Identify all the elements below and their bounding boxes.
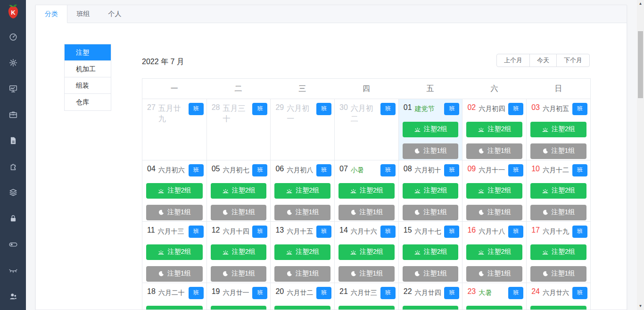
- night-shift-button[interactable]: 注塑1组: [211, 205, 267, 220]
- calendar-cell[interactable]: 08六月初十班注塑2组注塑1组: [398, 160, 462, 221]
- calendar-cell[interactable]: 20六月廿二班注塑2组注塑1组: [270, 283, 334, 310]
- calendar-cell[interactable]: 19六月廿一班注塑2组注塑1组: [206, 283, 271, 310]
- day-shift-button[interactable]: 注塑2组: [146, 306, 203, 310]
- calendar-cell[interactable]: 10六月十二班注塑2组注塑1组: [526, 160, 590, 221]
- tab-personal[interactable]: 个人: [99, 5, 131, 23]
- day-shift-button[interactable]: 注塑2组: [530, 183, 586, 199]
- prev-month-button[interactable]: 上个月: [496, 54, 530, 67]
- sidebar-item-document[interactable]: [0, 127, 26, 153]
- today-button[interactable]: 今天: [529, 54, 557, 67]
- day-shift-button[interactable]: 注塑2组: [274, 244, 330, 260]
- night-shift-button[interactable]: 注塑1组: [530, 266, 586, 282]
- night-shift-button[interactable]: 注塑1组: [339, 266, 395, 282]
- calendar-cell[interactable]: 15六月十七班注塑2组注塑1组: [398, 221, 462, 283]
- calendar-cell[interactable]: 30六月初二班: [334, 99, 398, 160]
- night-shift-button[interactable]: 注塑1组: [274, 266, 330, 282]
- sidebar-item-layers[interactable]: [0, 179, 26, 205]
- night-shift-button[interactable]: 注塑1组: [466, 143, 522, 159]
- category-item[interactable]: 仓库: [65, 94, 111, 110]
- day-shift-button[interactable]: 注塑2组: [403, 306, 459, 310]
- day-shift-button[interactable]: 注塑2组: [530, 306, 586, 310]
- tab-category[interactable]: 分类: [36, 5, 67, 23]
- weekday-label: 日: [526, 84, 590, 94]
- day-shift-button-label: 注塑2组: [296, 186, 319, 195]
- calendar-cell[interactable]: 11六月十三班注塑2组注塑1组: [142, 221, 206, 283]
- calendar-cell[interactable]: 04六月初六班注塑2组注塑1组: [142, 160, 206, 221]
- scrollbar-thumb[interactable]: [638, 31, 643, 98]
- calendar-cell[interactable]: 16六月十八班注塑2组注塑1组: [462, 221, 526, 283]
- day-shift-button[interactable]: 注塑2组: [403, 122, 459, 137]
- scroll-down-arrow[interactable]: ▼: [637, 302, 644, 310]
- calendar-cell[interactable]: 12六月十四班注塑2组注塑1组: [206, 221, 271, 283]
- calendar-cell[interactable]: 22六月廿四班注塑2组注塑1组: [398, 283, 462, 310]
- calendar-cell[interactable]: 02六月初四班注塑2组注塑1组: [462, 99, 526, 160]
- night-shift-button[interactable]: 注塑1组: [530, 205, 586, 220]
- day-shift-button[interactable]: 注塑2组: [274, 306, 330, 310]
- day-shift-button[interactable]: 注塑2组: [274, 183, 330, 199]
- scrollbar[interactable]: ▲ ▼: [637, 0, 644, 310]
- sidebar-item-monitor-chart[interactable]: [0, 75, 26, 101]
- calendar-cell[interactable]: 07小暑班注塑2组注塑1组: [334, 160, 398, 221]
- calendar-cell[interactable]: 27五月廿九班: [142, 99, 206, 160]
- next-month-button[interactable]: 下个月: [556, 54, 590, 67]
- calendar-cell[interactable]: 24六月廿六班注塑2组注塑1组: [526, 283, 590, 310]
- day-shift-button[interactable]: 注塑2组: [339, 306, 395, 310]
- day-shift-button[interactable]: 注塑2组: [466, 183, 522, 199]
- night-shift-button-label: 注塑1组: [360, 269, 383, 278]
- day-shift-button[interactable]: 注塑2组: [211, 183, 267, 199]
- day-shift-button[interactable]: 注塑2组: [339, 183, 395, 199]
- sidebar-item-briefcase[interactable]: [0, 101, 26, 127]
- night-shift-button[interactable]: 注塑1组: [403, 205, 459, 220]
- night-shift-button[interactable]: 注塑1组: [403, 143, 459, 159]
- night-shift-button[interactable]: 注塑1组: [146, 205, 203, 220]
- day-shift-button[interactable]: 注塑2组: [466, 122, 522, 137]
- night-shift-button[interactable]: 注塑1组: [146, 266, 203, 282]
- night-shift-button[interactable]: 注塑1组: [339, 205, 395, 220]
- category-item[interactable]: 注塑: [65, 44, 111, 61]
- day-shift-button[interactable]: 注塑2组: [530, 122, 586, 137]
- tab-team[interactable]: 班组: [67, 5, 99, 23]
- calendar-cell[interactable]: 13六月十五班注塑2组注塑1组: [270, 221, 334, 283]
- night-shift-button[interactable]: 注塑1组: [466, 266, 522, 282]
- night-shift-button[interactable]: 注塑1组: [274, 205, 330, 220]
- calendar-cell[interactable]: 09六月十一班注塑2组注塑1组: [462, 160, 526, 221]
- calendar-cell[interactable]: 05六月初七班注塑2组注塑1组: [206, 160, 271, 221]
- cell-header: 11六月十三班: [145, 226, 204, 238]
- sidebar-item-eye-closed[interactable]: [0, 257, 26, 283]
- calendar-cell[interactable]: 17六月十九班注塑2组注塑1组: [526, 221, 590, 283]
- day-shift-button[interactable]: 注塑2组: [339, 244, 395, 260]
- day-shift-button[interactable]: 注塑2组: [211, 306, 267, 310]
- category-item[interactable]: 机加工: [65, 61, 111, 77]
- day-shift-button[interactable]: 注塑2组: [211, 244, 267, 260]
- calendar-cell[interactable]: 01建党节班注塑2组注塑1组: [398, 99, 462, 160]
- sidebar-item-toggle[interactable]: [0, 231, 26, 257]
- sidebar-item-puzzle[interactable]: [0, 153, 26, 179]
- day-shift-button[interactable]: 注塑2组: [530, 244, 586, 260]
- night-shift-button[interactable]: 注塑1组: [211, 266, 267, 282]
- category-item[interactable]: 组装: [65, 77, 111, 94]
- night-shift-button[interactable]: 注塑1组: [530, 143, 586, 159]
- scroll-up-arrow[interactable]: ▲: [637, 0, 644, 8]
- calendar-cell[interactable]: 18六月二十班注塑2组注塑1组: [142, 283, 206, 310]
- day-shift-button[interactable]: 注塑2组: [466, 306, 522, 310]
- calendar-cell[interactable]: 28五月三十班: [206, 99, 271, 160]
- day-shift-button[interactable]: 注塑2组: [466, 244, 522, 260]
- day-shift-button[interactable]: 注塑2组: [146, 244, 203, 260]
- day-number: 18: [147, 287, 156, 296]
- calendar-cell[interactable]: 23大暑班注塑2组注塑1组: [462, 283, 526, 310]
- sidebar-item-dashboard[interactable]: [0, 24, 26, 50]
- calendar-cell[interactable]: 29六月初一班: [270, 99, 334, 160]
- sidebar-item-settings[interactable]: [0, 50, 26, 75]
- night-shift-button[interactable]: 注塑1组: [466, 205, 522, 220]
- calendar-cell[interactable]: 21六月廿三班注塑2组注塑1组: [334, 283, 398, 310]
- day-shift-button[interactable]: 注塑2组: [403, 183, 459, 199]
- sidebar-item-users[interactable]: [0, 283, 26, 309]
- calendar-cell[interactable]: 14六月十六班注塑2组注塑1组: [334, 221, 398, 283]
- calendar-cell[interactable]: 06六月初八班注塑2组注塑1组: [270, 160, 334, 221]
- day-shift-button[interactable]: 注塑2组: [146, 183, 203, 199]
- calendar-cell[interactable]: 03六月初五班注塑2组注塑1组: [526, 99, 590, 160]
- sidebar-item-lock[interactable]: [0, 205, 26, 231]
- night-shift-button[interactable]: 注塑1组: [403, 266, 459, 282]
- app-logo[interactable]: K: [0, 0, 26, 24]
- day-shift-button[interactable]: 注塑2组: [403, 244, 459, 260]
